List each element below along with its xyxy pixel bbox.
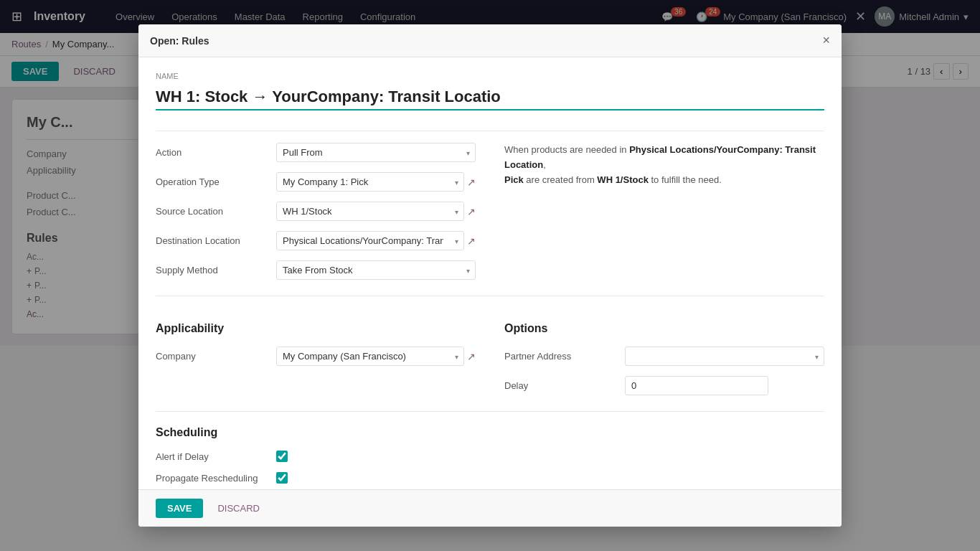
modal-overlay: Open: Rules × Name Action	[0, 0, 980, 551]
propagate-row: Propagate Rescheduling	[156, 472, 824, 484]
description-pick-bold: Pick	[504, 174, 524, 185]
modal-close-button[interactable]: ×	[822, 33, 830, 48]
destination-location-select[interactable]: Physical Locations/YourCompany: Transi	[276, 231, 464, 250]
action-select[interactable]: Pull From	[276, 143, 476, 162]
delay-control	[625, 376, 824, 395]
alert-delay-checkbox[interactable]	[276, 451, 288, 462]
right-column: When products are needed in Physical Loc…	[504, 143, 824, 290]
source-location-select[interactable]: WH 1/Stock	[276, 202, 464, 221]
supply-method-row: Supply Method Take From Stock ▾	[156, 260, 476, 280]
action-label: Action	[156, 147, 270, 158]
source-location-label: Source Location	[156, 206, 270, 217]
alert-delay-row: Alert if Delay	[156, 451, 824, 462]
operation-type-row: Operation Type My Company 1: Pick ▾ ↗	[156, 172, 476, 192]
destination-location-control: Physical Locations/YourCompany: Transi ▾…	[276, 231, 476, 250]
options-column: Options Partner Address ▾	[504, 308, 824, 405]
divider	[156, 131, 824, 131]
scheduling-header: Scheduling	[156, 426, 824, 439]
delay-row: Delay	[504, 376, 824, 395]
alert-delay-label: Alert if Delay	[156, 451, 270, 462]
name-label-container: Name	[156, 72, 824, 125]
company-external-link-icon[interactable]: ↗	[467, 351, 476, 362]
left-column: Action Pull From ▾ Operation T	[156, 143, 476, 290]
supply-method-control: Take From Stock ▾	[276, 260, 476, 280]
source-location-external-link-icon[interactable]: ↗	[467, 206, 476, 217]
main-two-col: Action Pull From ▾ Operation T	[156, 143, 824, 290]
destination-location-select-wrapper: Physical Locations/YourCompany: Transi ▾	[276, 231, 464, 250]
description-prefix: When products are needed in	[504, 144, 629, 155]
scheduling-divider	[156, 411, 824, 412]
company-select-wrapper: My Company (San Francisco) ▾	[276, 347, 464, 366]
description-source-bold: WH 1/Stock	[597, 174, 649, 185]
supply-method-select[interactable]: Take From Stock	[276, 260, 476, 280]
section-divider	[156, 296, 824, 296]
modal-save-button[interactable]: SAVE	[156, 499, 203, 518]
company-select[interactable]: My Company (San Francisco)	[276, 347, 464, 366]
modal-discard-button[interactable]: DISCARD	[209, 499, 268, 518]
destination-location-external-link-icon[interactable]: ↗	[467, 235, 476, 247]
modal-title: Open: Rules	[150, 35, 209, 47]
name-input[interactable]	[156, 85, 824, 110]
destination-location-label: Destination Location	[156, 235, 270, 246]
destination-location-row: Destination Location Physical Locations/…	[156, 231, 476, 250]
operation-type-external-link-icon[interactable]: ↗	[467, 176, 476, 188]
operation-type-control: My Company 1: Pick ▾ ↗	[276, 172, 476, 192]
modal-header: Open: Rules ×	[138, 24, 842, 57]
propagate-checkbox[interactable]	[276, 472, 288, 484]
partner-address-select[interactable]	[625, 347, 824, 366]
partner-address-label: Partner Address	[504, 351, 619, 362]
action-control: Pull From ▾	[276, 143, 476, 162]
partner-address-select-wrapper: ▾	[625, 347, 824, 366]
description-comma: ,	[543, 159, 546, 170]
partner-address-row: Partner Address ▾	[504, 347, 824, 366]
action-select-wrapper: Pull From ▾	[276, 143, 476, 162]
supply-method-select-wrapper: Take From Stock ▾	[276, 260, 476, 280]
description-text: When products are needed in Physical Loc…	[504, 143, 824, 187]
propagate-label: Propagate Rescheduling	[156, 473, 270, 484]
supply-method-label: Supply Method	[156, 265, 270, 276]
description-middle: are created from	[524, 174, 598, 185]
description-suffix: to fulfill the need.	[649, 174, 722, 185]
company-row: Company My Company (San Francisco) ▾ ↗	[156, 347, 476, 366]
applicability-header: Applicability	[156, 322, 476, 335]
name-label: Name	[156, 72, 824, 80]
partner-address-control: ▾	[625, 347, 824, 366]
source-location-control: WH 1/Stock ▾ ↗	[276, 202, 476, 221]
company-label: Company	[156, 351, 270, 362]
rules-modal: Open: Rules × Name Action	[138, 24, 842, 527]
operation-type-select[interactable]: My Company 1: Pick	[276, 172, 464, 192]
modal-footer: SAVE DISCARD	[138, 489, 842, 527]
company-control: My Company (San Francisco) ▾ ↗	[276, 347, 476, 366]
delay-label: Delay	[504, 380, 619, 391]
applicability-column: Applicability Company My Company (San Fr…	[156, 308, 476, 405]
source-location-row: Source Location WH 1/Stock ▾ ↗	[156, 202, 476, 221]
applicability-options-section: Applicability Company My Company (San Fr…	[156, 308, 824, 405]
modal-body: Name Action Pull From	[138, 57, 842, 489]
action-row: Action Pull From ▾	[156, 143, 476, 162]
operation-type-label: Operation Type	[156, 176, 270, 187]
delay-input[interactable]	[625, 376, 768, 395]
options-header: Options	[504, 322, 824, 335]
operation-type-select-wrapper: My Company 1: Pick ▾	[276, 172, 464, 192]
scheduling-section: Scheduling Alert if Delay Propagate Resc…	[156, 426, 824, 489]
source-location-select-wrapper: WH 1/Stock ▾	[276, 202, 464, 221]
